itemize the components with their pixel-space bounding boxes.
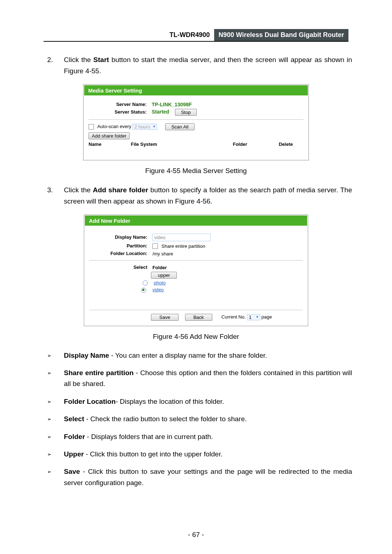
autoscan-label: Auto-scan every [97,124,131,129]
description-item: ➢Display Name - You can enter a display … [64,350,352,361]
partition-label: Partition: [89,243,151,249]
description-item: ➢Share entire partition - Choose this op… [64,368,352,390]
display-name-input[interactable]: video [152,234,211,241]
server-status-value: Started [152,109,169,115]
bullet-icon: ➢ [47,450,52,458]
photo-link[interactable]: photo [154,280,166,286]
bullet-icon: ➢ [47,398,52,406]
autoscan-checkbox[interactable] [89,124,94,130]
server-name-label: Server Name: [89,102,150,107]
page-text: page [261,314,272,319]
folder-row-photo: photo [151,280,303,286]
photo-radio[interactable] [143,280,148,286]
back-button[interactable]: Back [185,314,212,321]
bullet-icon: ➢ [47,468,52,476]
folder-column-label: Folder [152,265,167,270]
save-button[interactable]: Save [151,314,179,321]
scan-all-button[interactable]: Scan All [165,123,195,130]
model-number: TL-WDR4900 [165,29,214,41]
video-link[interactable]: video [152,287,164,292]
add-share-folder-button[interactable]: Add share folder [89,132,130,139]
figure-4-55-caption: Figure 4-55 Media Server Setting [40,167,352,175]
figure-4-55: Media Server Setting Server Name: TP-LIN… [83,84,309,160]
stop-button[interactable]: Stop [175,109,197,116]
description-item: ➢Folder - Displays folders that are in c… [64,431,352,442]
document-header: TL-WDR4900 N900 Wireless Dual Band Gigab… [44,29,348,42]
figure-4-56-caption: Figure 4-56 Add New Folder [40,333,352,341]
description-item: ➢Select - Check the radio button to sele… [64,414,352,424]
bullet-icon: ➢ [47,433,52,441]
share-partition-checkbox[interactable] [152,243,158,249]
bullet-icon: ➢ [47,352,52,360]
current-no-label: Current No. [221,314,246,319]
figure-4-56: Add New Folder Display Name: video Parti… [84,214,308,326]
page-select[interactable]: 1▾ [247,314,260,320]
folder-location-label: Folder Location: [89,251,151,256]
bullet-icon: ➢ [47,369,52,377]
upper-button[interactable]: upper [151,272,177,279]
share-partition-text: Share entire partition [162,243,205,249]
chevron-down-icon: ▾ [153,124,155,129]
description-item: ➢Folder Location- Displays the location … [64,396,352,407]
share-table-header: Name File System Folder Delete [89,141,303,147]
display-name-label: Display Name: [89,234,151,240]
bullet-icon: ➢ [47,415,52,423]
chevron-down-icon: ▾ [256,315,258,319]
description-item: ➢Save - Click this button to save your s… [64,466,352,488]
select-column-label: Select [89,264,151,270]
page-number: - 67 - [0,531,392,539]
folder-row-video: video [151,287,303,292]
server-status-label: Server Status: [89,109,150,115]
product-name: N900 Wireless Dual Band Gigabit Router [214,29,348,41]
panel-title: Media Server Setting [84,85,308,95]
panel-title: Add New Folder [85,216,307,226]
video-radio[interactable] [141,288,146,293]
server-name-value: TP-LINK_13098F [152,102,192,107]
autoscan-select[interactable]: 2 hours▾ [132,124,157,130]
step-3: 3. Click the Add share folder button to … [64,184,352,207]
description-item: ➢Upper - Click this button to get into t… [64,449,352,460]
step-2: 2. Click the Start button to start the m… [64,54,352,77]
folder-location-value: /my share [152,251,173,257]
